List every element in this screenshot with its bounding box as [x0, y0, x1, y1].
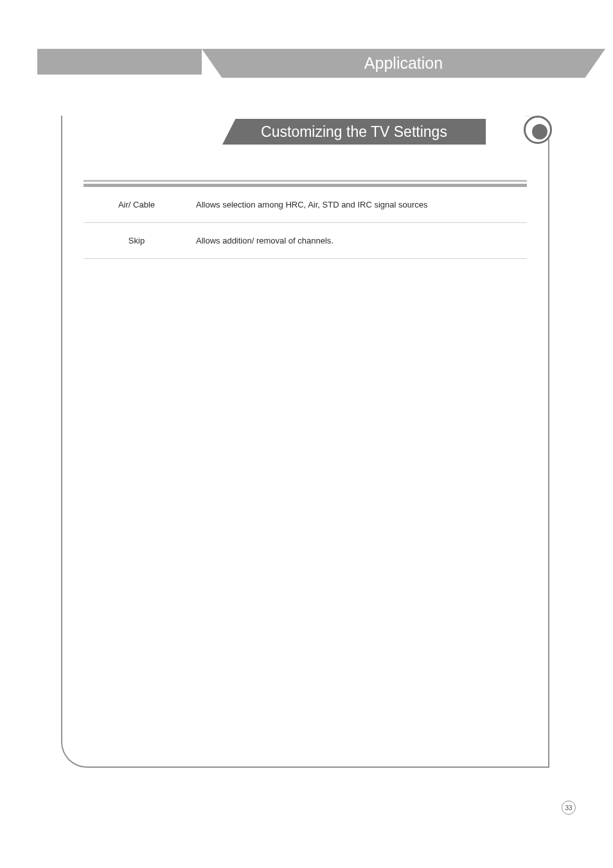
section-ornament-dot	[532, 124, 547, 139]
page-number-text: 33	[565, 804, 572, 811]
setting-description: Allows selection among HRC, Air, STD and…	[190, 200, 527, 209]
header-block	[37, 49, 202, 75]
setting-description: Allows addition/ removal of channels.	[190, 236, 527, 245]
section-title: Customizing the TV Settings	[261, 123, 447, 141]
section-ornament-circle	[524, 116, 552, 144]
table-top-border	[84, 180, 527, 182]
table-row: Air/ Cable Allows selection among HRC, A…	[84, 187, 527, 223]
setting-label: Air/ Cable	[84, 200, 190, 209]
section-tab: Customizing the TV Settings	[222, 119, 486, 145]
header-title: Application	[364, 54, 443, 73]
header-tab: Application	[202, 49, 605, 78]
settings-table: Air/ Cable Allows selection among HRC, A…	[84, 180, 527, 259]
setting-label: Skip	[84, 236, 190, 245]
table-row: Skip Allows addition/ removal of channel…	[84, 223, 527, 259]
page-number: 33	[562, 801, 576, 815]
